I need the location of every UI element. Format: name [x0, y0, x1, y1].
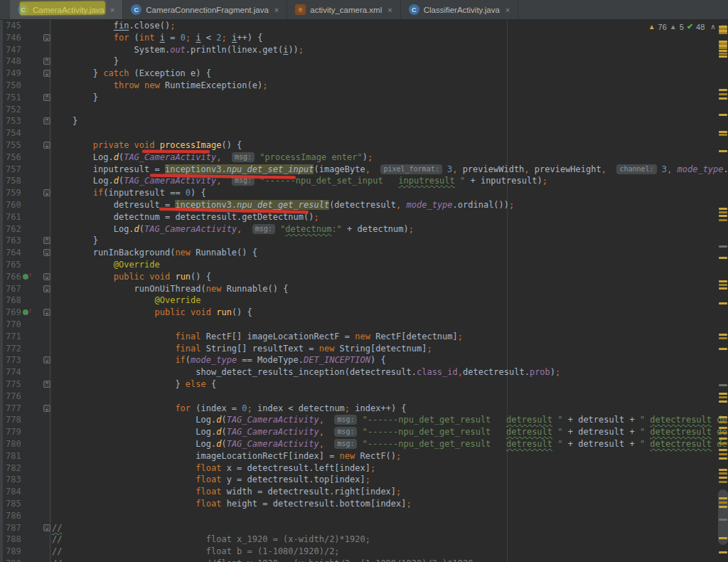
code-line-758[interactable]: Log.d(TAG_CameraActivity, msg: "------np…: [52, 175, 547, 187]
fold-marker-icon[interactable]: ⌃: [43, 237, 50, 244]
code-line-759[interactable]: if(inputresult == 0) {: [52, 187, 206, 199]
stripe-warning-mark[interactable]: [719, 401, 727, 403]
stripe-warning-mark[interactable]: [719, 32, 727, 34]
code-line-782[interactable]: float x = detectresult.left[index];: [52, 462, 375, 474]
fold-marker-icon[interactable]: ⌄: [43, 273, 50, 280]
code-line-756[interactable]: Log.d(TAG_CameraActivity, msg: "processI…: [52, 152, 373, 164]
fold-marker-icon[interactable]: ⌃: [43, 94, 50, 101]
stripe-warning-mark[interactable]: [719, 477, 727, 479]
stripe-warning-mark[interactable]: [719, 453, 727, 455]
tab-close-icon[interactable]: ×: [387, 6, 392, 14]
code-line-789[interactable]: // float b = (1-1080/1920)/2;: [52, 546, 340, 558]
stripe-warning-mark[interactable]: [719, 469, 727, 471]
stripe-warning-mark[interactable]: [719, 150, 727, 152]
code-line-762[interactable]: Log.d(TAG_CameraActivity, msg: "detectnu…: [52, 223, 414, 235]
stripe-warning-mark[interactable]: [719, 134, 727, 136]
stripe-warning-mark[interactable]: [719, 551, 727, 553]
code-line-749[interactable]: } catch (Exception e) {: [52, 68, 211, 80]
code-line-774[interactable]: show_detect_results_inception(detectresu…: [52, 366, 560, 378]
editor-tab-CameraConnectionFragment.java[interactable]: CCameraConnectionFragment.java×: [123, 0, 287, 19]
code-line-766[interactable]: public void run() {: [52, 271, 211, 283]
code-line-778[interactable]: Log.d(TAG_CameraActivity, msg: "------np…: [52, 414, 728, 426]
stripe-warning-mark[interactable]: [719, 384, 727, 386]
stripe-warning-mark[interactable]: [719, 257, 727, 259]
stripe-warning-mark[interactable]: [719, 449, 727, 451]
code-line-779[interactable]: Log.d(TAG_CameraActivity, msg: "------np…: [52, 426, 728, 438]
fold-marker-icon[interactable]: ⌄: [43, 142, 50, 149]
stripe-warning-mark[interactable]: [719, 432, 727, 434]
stripe-warning-mark[interactable]: [719, 47, 727, 49]
code-line-787[interactable]: //: [52, 522, 62, 534]
code-line-763[interactable]: }: [52, 235, 98, 247]
code-line-781[interactable]: imageLocationRectF[index] = new RectF();: [52, 450, 401, 462]
tab-close-icon[interactable]: ×: [274, 6, 279, 14]
code-line-760[interactable]: detresult = inceptionv3.npu_det_get_resu…: [52, 199, 514, 211]
stripe-warning-mark[interactable]: [719, 215, 727, 217]
stripe-warning-mark[interactable]: [719, 393, 727, 395]
stripe-warning-mark[interactable]: [719, 457, 727, 460]
fold-marker-icon[interactable]: ⌄: [43, 524, 50, 531]
stripe-warning-mark[interactable]: [719, 287, 727, 290]
stripe-warning-mark[interactable]: [719, 497, 727, 499]
code-line-790[interactable]: // //float y_1920 = (y-height/2- (1-1080…: [52, 558, 478, 562]
code-line-768[interactable]: @Override: [52, 295, 201, 307]
editor-tab-activity_camera.xml[interactable]: ≡activity_camera.xml×: [287, 0, 400, 19]
code-line-784[interactable]: float width = detectresult.right[index];: [52, 486, 401, 498]
code-pane[interactable]: fin.close(); for (int i = 0; i < 2; i++)…: [52, 20, 728, 562]
code-line-783[interactable]: float y = detectresult.top[index];: [52, 474, 370, 486]
code-line-772[interactable]: final String[] resultText = new String[d…: [52, 343, 432, 355]
stripe-warning-mark[interactable]: [719, 396, 727, 398]
stripe-warning-mark[interactable]: [719, 211, 727, 213]
override-method-icon[interactable]: ↑: [23, 273, 36, 281]
stripe-warning-mark[interactable]: [719, 438, 727, 440]
stripe-warning-mark[interactable]: [719, 334, 727, 336]
stripe-warning-mark[interactable]: [719, 481, 727, 483]
stripe-warning-mark[interactable]: [719, 53, 727, 55]
code-line-767[interactable]: runOnUiThread(new Runnable() {: [52, 283, 288, 295]
editor-tab-ClassifierActivity.java[interactable]: CClassifierActivity.java×: [401, 0, 519, 19]
code-line-748[interactable]: }: [52, 55, 119, 68]
stripe-warning-mark[interactable]: [719, 506, 727, 508]
code-line-765[interactable]: @Override: [52, 259, 160, 271]
stripe-warning-mark[interactable]: [719, 519, 727, 521]
stripe-warning-mark[interactable]: [719, 114, 727, 116]
code-line-764[interactable]: runInBackground(new Runnable() {: [52, 247, 257, 259]
code-line-747[interactable]: System.out.println(linex.get(i));: [52, 44, 304, 56]
stripe-warning-mark[interactable]: [719, 245, 727, 248]
tab-close-icon[interactable]: ×: [505, 6, 510, 14]
code-line-761[interactable]: detectnum = detectresult.getDetectnum();: [52, 211, 319, 223]
stripe-warning-mark[interactable]: [719, 472, 727, 474]
fold-marker-icon[interactable]: ⌄: [43, 309, 50, 316]
stripe-warning-mark[interactable]: [719, 284, 727, 286]
fold-marker-icon[interactable]: ⌄: [43, 405, 50, 412]
stripe-warning-mark[interactable]: [719, 93, 727, 95]
fold-marker-icon[interactable]: ⌄: [43, 285, 50, 292]
code-line-746[interactable]: for (int i = 0; i < 2; i++) {: [52, 32, 262, 44]
fold-marker-icon[interactable]: ⌄: [43, 70, 50, 77]
fold-marker-icon[interactable]: ⌄: [43, 356, 50, 364]
fold-marker-icon[interactable]: ⌃: [43, 58, 50, 65]
code-line-788[interactable]: // float x_1920 = (x-width/2)*1920;: [52, 534, 370, 546]
code-line-750[interactable]: throw new RuntimeException(e);: [52, 80, 267, 92]
code-line-771[interactable]: final RectF[] imageLocationRectF = new R…: [52, 331, 463, 343]
code-line-775[interactable]: } else {: [52, 378, 216, 391]
stripe-warning-mark[interactable]: [719, 208, 727, 210]
stripe-warning-mark[interactable]: [719, 416, 727, 418]
fold-marker-icon[interactable]: ⌃: [43, 381, 50, 388]
code-line-777[interactable]: for (index = 0; index < detectnum; index…: [52, 403, 407, 415]
tab-close-icon[interactable]: ×: [110, 6, 114, 14]
stripe-warning-mark[interactable]: [719, 337, 727, 339]
stripe-warning-mark[interactable]: [719, 502, 727, 504]
fold-marker-icon[interactable]: ⌄: [43, 249, 50, 256]
editor-tab-CameraActivity.java[interactable]: CCameraActivity.java×: [10, 0, 123, 19]
inspections-widget[interactable]: ▲ 76 ▲ 5 ✔ 48 ∧ ∨: [648, 22, 727, 31]
override-method-icon[interactable]: ↑: [23, 309, 36, 317]
stripe-warning-mark[interactable]: [719, 219, 727, 221]
fold-marker-icon[interactable]: ⌄: [43, 34, 50, 41]
stripe-warning-mark[interactable]: [719, 97, 727, 100]
code-line-780[interactable]: Log.d(TAG_CameraActivity, msg: "------np…: [52, 438, 728, 450]
stripe-warning-mark[interactable]: [719, 348, 727, 350]
error-stripe[interactable]: [718, 20, 728, 562]
fold-marker-icon[interactable]: ⌄: [43, 189, 50, 196]
code-line-753[interactable]: }: [52, 115, 77, 127]
